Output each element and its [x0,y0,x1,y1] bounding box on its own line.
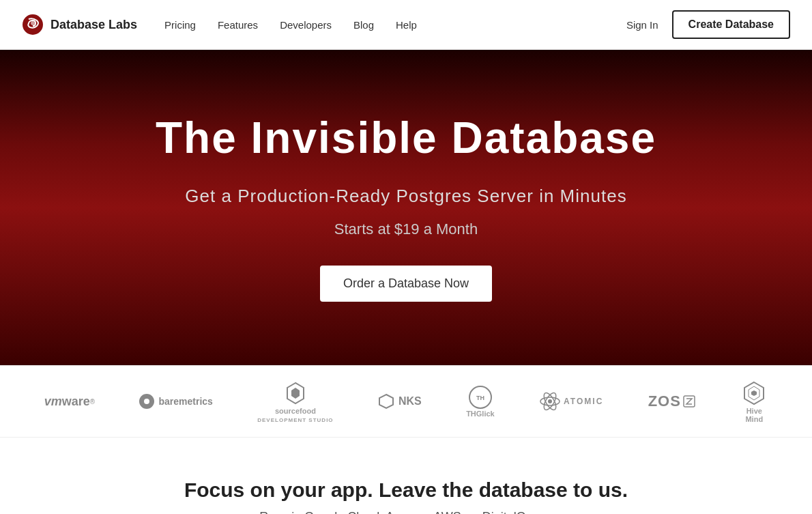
sourcefood-text: sourcefoodDEVELOPMENT STUDIO [257,407,333,423]
nav-links: Pricing Features Developers Blog Help [164,19,626,31]
nav-pricing[interactable]: Pricing [164,19,196,31]
zos-text: ZOS [648,392,681,410]
svg-text:TH: TH [476,395,484,401]
atomic-logo: ATOMIC [539,390,603,412]
sourcefood-icon [282,380,309,407]
thglick-icon: TH [468,385,493,410]
baremetrics-text: baremetrics [158,396,212,407]
svg-marker-12 [751,390,757,396]
create-database-button[interactable]: Create Database [672,10,790,39]
hero-section: The Invisible Database Get a Production-… [0,50,812,365]
nav-blog[interactable]: Blog [353,19,374,31]
nav-right: Sign In Create Database [626,10,790,39]
logo-text: Database Labs [50,18,137,32]
baremetrics-icon [139,394,154,409]
nav-developers[interactable]: Developers [280,19,332,31]
thglick-text: THGlick [466,410,495,418]
order-database-button[interactable]: Order a Database Now [320,266,492,302]
nav-features[interactable]: Features [218,19,258,31]
svg-point-8 [548,399,552,403]
thglick-logo: TH THGlick [466,385,495,418]
zos-icon [682,395,696,408]
focus-section-wrapper: Focus on your app. Leave the database to… [0,438,812,514]
focus-title: Focus on your app. Leave the database to… [22,479,790,502]
vmware-text2: ware [62,395,90,409]
logos-strip: vmware® baremetrics sourcefoodDEVELOPMEN… [0,365,812,438]
hero-subtitle: Get a Production-Ready Postgres Server i… [185,186,626,207]
focus-section: Focus on your app. Leave the database to… [0,438,812,514]
zos-logo: ZOS [648,392,696,410]
hero-title: The Invisible Database [156,113,656,164]
vmware-logo: vmware® [44,395,95,409]
sourcefood-logo: sourcefoodDEVELOPMENT STUDIO [257,380,333,423]
hero-price: Starts at $19 a Month [334,220,478,238]
baremetrics-logo: baremetrics [139,394,212,409]
nks-icon [378,393,394,410]
nks-text: NKS [398,395,422,408]
svg-point-1 [31,21,35,25]
atomic-text: ATOMIC [564,397,603,406]
logo-icon [22,14,44,35]
atomic-icon [539,390,561,412]
logo-link[interactable]: Database Labs [22,14,137,35]
nks-logo: NKS [378,393,422,410]
svg-marker-2 [379,395,393,408]
vmware-text: vm [44,395,62,409]
hivemind-logo: HiveMind [740,380,768,423]
navigation: Database Labs Pricing Features Developer… [0,0,812,50]
nav-help[interactable]: Help [396,19,417,31]
sign-in-button[interactable]: Sign In [626,19,658,31]
hivemind-icon [740,380,768,407]
hivemind-text: HiveMind [745,407,763,423]
focus-subtitle: Runs in Google Cloud, Amazon AWS, or Dig… [22,510,790,514]
